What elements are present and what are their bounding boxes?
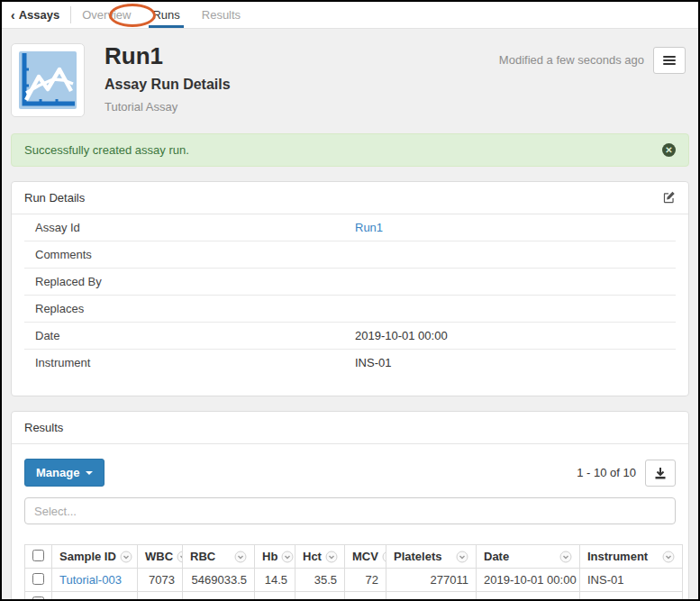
row-checkbox[interactable] [32,596,44,601]
table-header-row: Sample ID WBC RBC Hb Hct MCV Platelets D… [25,545,683,569]
table-row: Tutorial-004 6458 4835328 15 39.5 93 283… [25,592,683,601]
col-date: Date [484,550,509,563]
assays-back-link[interactable]: ‹ Assays [11,2,70,28]
tab-runs-label: Runs [152,8,179,22]
col-sample-id: Sample ID [59,550,116,563]
detail-row-date: Date 2019-10-01 00:00 [24,323,676,350]
detail-label: Replaced By [35,275,355,288]
success-alert-message: Successfully created assay run. [24,143,189,157]
detail-row-comments: Comments [24,241,676,269]
pagination-text: 1 - 10 of 10 [577,466,636,479]
assay-name: Tutorial Assay [105,100,499,114]
run-details-title: Run Details [24,191,85,205]
run-details-panel: Run Details Assay Id Run1 Comments Repla… [11,181,689,396]
sort-icon[interactable] [325,551,338,563]
col-platelets: Platelets [394,550,441,563]
detail-label: Instrument [35,356,355,369]
detail-label: Replaces [35,302,355,315]
col-mcv: MCV [352,550,378,563]
active-tab-underline [149,25,183,28]
back-chevron-icon: ‹ [11,9,15,22]
page-title: Run1 [105,43,499,69]
download-icon [654,467,667,479]
page-header: Run1 Assay Run Details Tutorial Assay Mo… [2,29,698,124]
select-all-checkbox[interactable] [32,550,44,561]
detail-value: 2019-10-01 00:00 [355,329,448,342]
detail-label: Assay Id [35,221,355,234]
header-titles: Run1 Assay Run Details Tutorial Assay [105,43,499,114]
tab-runs[interactable]: Runs [141,2,190,28]
results-panel: Results Manage 1 - 10 of 10 [11,411,689,601]
page-subtitle: Assay Run Details [105,77,499,93]
sort-icon[interactable] [177,551,182,563]
results-title: Results [24,421,63,434]
run-details-heading: Run Details [12,182,688,214]
sample-link[interactable]: Tutorial-004 [59,596,122,601]
sample-link[interactable]: Tutorial-003 [59,573,122,587]
tab-results-label: Results [202,8,241,22]
top-navigation: ‹ Assays Overview Runs Results [2,2,698,29]
manage-button-label: Manage [36,466,79,479]
detail-label: Date [35,329,355,342]
header-right: Modified a few seconds ago [499,43,686,74]
col-rbc: RBC [190,550,215,563]
assay-chart-icon [11,43,85,117]
tab-overview-label: Overview [82,8,131,22]
col-hb: Hb [262,550,277,563]
menu-button[interactable] [653,47,686,74]
modified-timestamp: Modified a few seconds ago [499,47,644,74]
detail-row-instrument: Instrument INS-01 [24,350,676,376]
toolbar-right: 1 - 10 of 10 [577,460,676,487]
results-toolbar: Manage 1 - 10 of 10 [24,448,676,487]
tab-overview[interactable]: Overview [71,2,141,28]
close-icon[interactable]: ✕ [662,143,676,157]
run-details-body: Assay Id Run1 Comments Replaced By Repla… [12,214,688,396]
col-wbc: WBC [145,550,173,563]
caret-down-icon [86,471,93,475]
select-input[interactable] [24,497,676,524]
sort-icon[interactable] [662,551,675,563]
results-heading: Results [12,412,688,444]
detail-value: INS-01 [355,356,391,369]
results-table: Sample ID WBC RBC Hb Hct MCV Platelets D… [24,544,676,601]
menu-icon [663,56,676,58]
detail-row-replaced-by: Replaced By [24,269,676,296]
download-button[interactable] [645,460,676,487]
col-hct: Hct [303,550,322,563]
table-row: Tutorial-003 7073 5469033.5 14.5 35.5 72… [25,569,683,592]
success-alert: Successfully created assay run. ✕ [11,133,689,167]
sort-icon[interactable] [382,551,386,563]
tab-results[interactable]: Results [191,2,251,28]
sort-icon[interactable] [120,551,132,563]
sort-icon[interactable] [559,551,572,563]
assay-id-link[interactable]: Run1 [355,221,383,234]
row-checkbox[interactable] [32,573,44,585]
col-instrument: Instrument [587,550,648,563]
sort-icon[interactable] [456,551,468,563]
sort-icon[interactable] [234,551,247,563]
assays-back-label: Assays [19,8,60,22]
sort-icon[interactable] [281,551,294,563]
detail-row-replaces: Replaces [24,296,676,323]
detail-row-assay-id: Assay Id Run1 [24,214,676,241]
assay-run-details-screen: ‹ Assays Overview Runs Results Run [0,0,700,601]
manage-button[interactable]: Manage [24,459,105,487]
detail-label: Comments [35,248,355,261]
edit-icon[interactable] [662,191,676,205]
